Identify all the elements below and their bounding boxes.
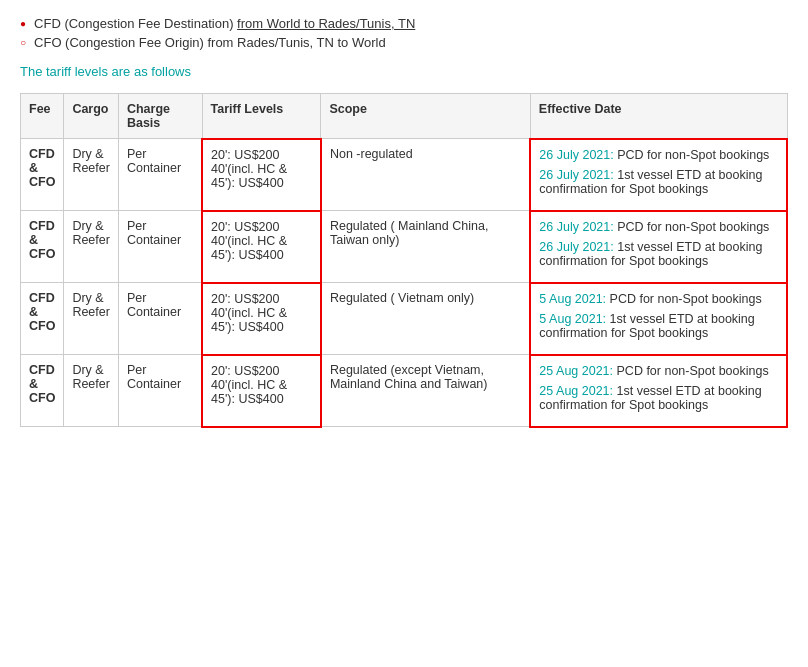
date-label: 5 Aug 2021: bbox=[539, 292, 606, 306]
cargo-cell: Dry &Reefer bbox=[64, 283, 119, 355]
cargo-cell: Dry &Reefer bbox=[64, 355, 119, 427]
date-line: 25 Aug 2021: 1st vessel ETD at booking c… bbox=[539, 384, 778, 412]
table-row: CFD&CFODry &ReeferPer Container20': US$2… bbox=[21, 283, 788, 355]
table-row: CFD&CFODry &ReeferPer Container20': US$2… bbox=[21, 139, 788, 211]
bullet-item-cfo: CFO (Congestion Fee Origin) from Rades/T… bbox=[20, 35, 788, 50]
cfd-text: CFD (Congestion Fee Destination) from Wo… bbox=[34, 16, 415, 31]
date-line: 5 Aug 2021: PCD for non-Spot bookings bbox=[539, 292, 778, 306]
effective-date-cell: 25 Aug 2021: PCD for non-Spot bookings25… bbox=[530, 355, 787, 427]
date-label: 25 Aug 2021: bbox=[539, 364, 613, 378]
date-line: 26 July 2021: 1st vessel ETD at booking … bbox=[539, 168, 778, 196]
tariff-levels-cell: 20': US$20040'(incl. HC & 45'): US$400 bbox=[202, 283, 321, 355]
header-charge-basis: ChargeBasis bbox=[118, 94, 202, 139]
scope-cell: Regulated ( Vietnam only) bbox=[321, 283, 530, 355]
scope-cell: Regulated (except Vietnam, Mainland Chin… bbox=[321, 355, 530, 427]
cargo-cell: Dry &Reefer bbox=[64, 211, 119, 283]
tariff-levels-cell: 20': US$20040'(incl. HC & 45'): US$400 bbox=[202, 211, 321, 283]
effective-date-cell: 5 Aug 2021: PCD for non-Spot bookings5 A… bbox=[530, 283, 787, 355]
table-header-row: Fee Cargo ChargeBasis Tariff Levels Scop… bbox=[21, 94, 788, 139]
scope-cell: Regulated ( Mainland China, Taiwan only) bbox=[321, 211, 530, 283]
tariff-table: Fee Cargo ChargeBasis Tariff Levels Scop… bbox=[20, 93, 788, 428]
cargo-cell: Dry &Reefer bbox=[64, 139, 119, 211]
table-row: CFD&CFODry &ReeferPer Container20': US$2… bbox=[21, 211, 788, 283]
header-fee: Fee bbox=[21, 94, 64, 139]
bullet-list: CFD (Congestion Fee Destination) from Wo… bbox=[20, 16, 788, 50]
cfd-link: from World to Rades/Tunis, TN bbox=[237, 16, 415, 31]
header-cargo: Cargo bbox=[64, 94, 119, 139]
table-row: CFD&CFODry &ReeferPer Container20': US$2… bbox=[21, 355, 788, 427]
header-scope: Scope bbox=[321, 94, 530, 139]
date-line: 5 Aug 2021: 1st vessel ETD at booking co… bbox=[539, 312, 778, 340]
date-label: 26 July 2021: bbox=[539, 148, 613, 162]
date-label: 25 Aug 2021: bbox=[539, 384, 613, 398]
date-line: 26 July 2021: PCD for non-Spot bookings bbox=[539, 148, 778, 162]
date-label: 26 July 2021: bbox=[539, 220, 613, 234]
bullet-item-cfd: CFD (Congestion Fee Destination) from Wo… bbox=[20, 16, 788, 31]
header-tariff-levels: Tariff Levels bbox=[202, 94, 321, 139]
fee-cell: CFD&CFO bbox=[21, 211, 64, 283]
tariff-levels-cell: 20': US$20040'(incl. HC & 45'): US$400 bbox=[202, 139, 321, 211]
tariff-levels-cell: 20': US$20040'(incl. HC & 45'): US$400 bbox=[202, 355, 321, 427]
date-line: 25 Aug 2021: PCD for non-Spot bookings bbox=[539, 364, 778, 378]
fee-cell: CFD&CFO bbox=[21, 355, 64, 427]
fee-cell: CFD&CFO bbox=[21, 139, 64, 211]
date-label: 26 July 2021: bbox=[539, 240, 613, 254]
fee-cell: CFD&CFO bbox=[21, 283, 64, 355]
header-effective-date: Effective Date bbox=[530, 94, 787, 139]
tariff-intro: The tariff levels are as follows bbox=[20, 64, 788, 79]
date-label: 26 July 2021: bbox=[539, 168, 613, 182]
scope-cell: Non -regulated bbox=[321, 139, 530, 211]
date-line: 26 July 2021: PCD for non-Spot bookings bbox=[539, 220, 778, 234]
date-label: 5 Aug 2021: bbox=[539, 312, 606, 326]
date-line: 26 July 2021: 1st vessel ETD at booking … bbox=[539, 240, 778, 268]
charge-basis-cell: Per Container bbox=[118, 355, 202, 427]
charge-basis-cell: Per Container bbox=[118, 139, 202, 211]
cfo-text: CFO (Congestion Fee Origin) from Rades/T… bbox=[34, 35, 386, 50]
charge-basis-cell: Per Container bbox=[118, 283, 202, 355]
effective-date-cell: 26 July 2021: PCD for non-Spot bookings2… bbox=[530, 139, 787, 211]
effective-date-cell: 26 July 2021: PCD for non-Spot bookings2… bbox=[530, 211, 787, 283]
charge-basis-cell: Per Container bbox=[118, 211, 202, 283]
